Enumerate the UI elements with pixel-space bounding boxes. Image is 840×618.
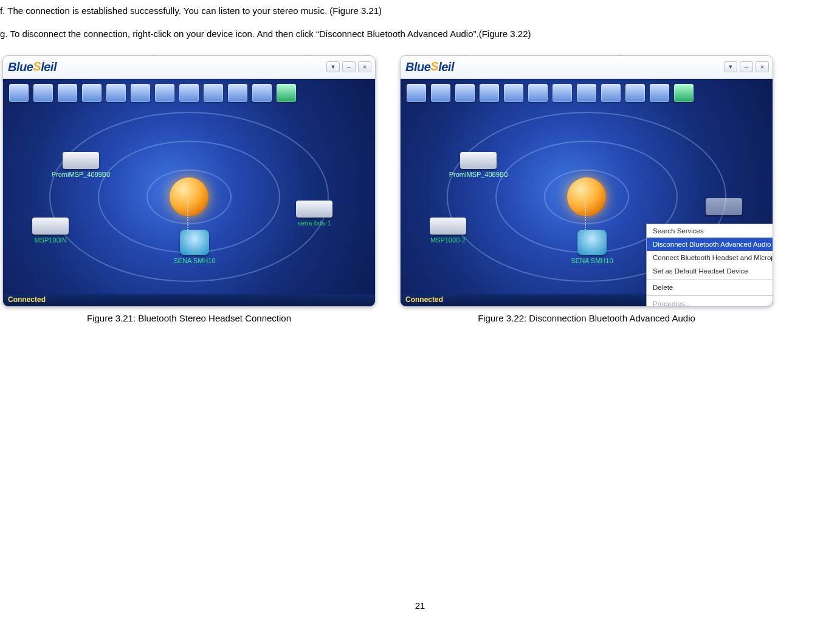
instructions-block: f. The connection is established success… [0,0,840,41]
device-a[interactable]: PromiMSP_4089B0 [44,152,117,178]
local-device-sun-icon[interactable] [170,177,208,216]
page-number: 21 [415,600,425,611]
device-b-label: MSP100IN [14,236,87,244]
minimize-button[interactable]: – [342,61,356,72]
service-spp-icon[interactable] [455,84,475,102]
device-c-icon [296,201,332,218]
device-headset[interactable]: SENA SMH10 [556,230,628,264]
bluesoleil-window-connected: Blue S leil ▼ – × [2,55,376,307]
window-controls: ▼ – × [724,61,769,72]
service-fax-icon[interactable] [204,84,223,102]
service-dun-icon[interactable] [33,84,53,102]
service-opp-icon[interactable] [553,84,572,102]
bluesoleil-window-context: Blue S leil ▼ – × [400,55,773,307]
device-c[interactable]: sena-bds-1 [278,201,351,227]
device-a-icon [460,152,497,169]
status-text: Connected [8,295,46,304]
headset-icon [180,230,209,255]
service-av-icon[interactable] [252,84,272,102]
titlebar: Blue S leil ▼ – × [401,56,773,79]
device-a[interactable]: PromiMSP_4089B0 [442,152,515,178]
service-hid-icon[interactable] [179,84,199,102]
service-bip-icon[interactable] [625,84,645,102]
titlebar: Blue S leil ▼ – × [3,56,375,79]
menu-separator [647,295,773,296]
device-a-label: PromiMSP_4089B0 [442,171,515,178]
service-icons-row [407,84,694,102]
device-c-icon [706,198,742,215]
minimize-button[interactable]: – [740,61,753,72]
device-c[interactable] [687,198,760,217]
menu-properties[interactable]: Properties... [647,297,773,306]
device-c-label: sena-bds-1 [278,219,351,227]
window-controls: ▼ – × [326,61,371,72]
brand-part3: leil [438,60,454,74]
service-pan-icon[interactable] [407,84,426,102]
service-ftp-icon[interactable] [504,84,523,102]
service-opp-icon[interactable] [155,84,174,102]
service-icons-row [9,84,296,102]
service-av-icon[interactable] [650,84,669,102]
collapse-button[interactable]: ▼ [326,61,340,72]
instruction-f: f. The connection is established success… [0,5,840,17]
local-device-sun-icon[interactable] [567,177,606,216]
device-b[interactable]: MSP100IN [14,218,87,244]
instruction-g: g. To disconnect the connection, right-c… [0,28,840,40]
collapse-button[interactable]: ▼ [724,61,737,72]
service-bip-icon[interactable] [228,84,247,102]
device-a-icon [63,152,99,169]
device-canvas: PromiMSP_4089B0 MSP100IN sena-bds-1 SENA… [3,79,375,306]
brand-part1: Blue [8,60,33,74]
service-spp-icon[interactable] [58,84,77,102]
brand-part1: Blue [405,60,430,74]
status-bar: Connected [3,294,375,306]
device-b[interactable]: MSP1000-2 [411,218,484,244]
service-dun-icon[interactable] [431,84,450,102]
service-fax-icon[interactable] [601,84,621,102]
device-b-icon [32,218,69,235]
close-button[interactable]: × [358,61,371,72]
service-sync-icon[interactable] [131,84,150,102]
menu-set-default-headset[interactable]: Set as Default Headset Device [647,264,773,278]
brand-part2: S [430,60,438,74]
menu-delete[interactable]: Delete [647,281,773,294]
service-lap-icon[interactable] [82,84,102,102]
headset-icon [577,230,607,255]
figure-right: Blue S leil ▼ – × [400,55,773,323]
device-headset[interactable]: SENA SMH10 [158,230,231,264]
figure-right-caption: Figure 3.22: Disconnection Bluetooth Adv… [478,313,695,323]
close-button[interactable]: × [756,61,769,72]
context-menu: Search Services Disconnect Bluetooth Adv… [646,224,773,306]
brand-part2: S [33,60,41,74]
menu-separator [647,279,773,280]
figures-row: Blue S leil ▼ – × [0,52,840,323]
brand-logo: Blue S leil [8,60,57,74]
menu-disconnect-advanced-audio[interactable]: Disconnect Bluetooth Advanced Audio [647,238,773,251]
service-lap-icon[interactable] [480,84,499,102]
device-headset-label: SENA SMH10 [556,257,628,264]
status-text: Connected [405,295,443,304]
device-b-label: MSP1000-2 [411,236,484,244]
device-headset-label: SENA SMH10 [158,257,231,264]
menu-search-services[interactable]: Search Services [647,224,773,238]
device-a-label: PromiMSP_4089B0 [44,171,117,178]
service-hid-icon[interactable] [577,84,596,102]
figure-left: Blue S leil ▼ – × [2,55,376,323]
service-pan-icon[interactable] [9,84,29,102]
brand-part3: leil [41,60,57,74]
menu-connect-headset-mic[interactable]: Connect Bluetooth Headset and Microphone [647,251,773,264]
service-headset-icon[interactable] [277,84,296,102]
device-b-icon [430,218,466,235]
figure-left-caption: Figure 3.21: Bluetooth Stereo Headset Co… [87,313,291,323]
service-ftp-icon[interactable] [106,84,126,102]
service-headset-icon[interactable] [674,84,694,102]
service-sync-icon[interactable] [528,84,548,102]
brand-logo: Blue S leil [405,60,454,74]
device-canvas: PromiMSP_4089B0 MSP1000-2 SENA SMH10 Con… [401,79,773,306]
